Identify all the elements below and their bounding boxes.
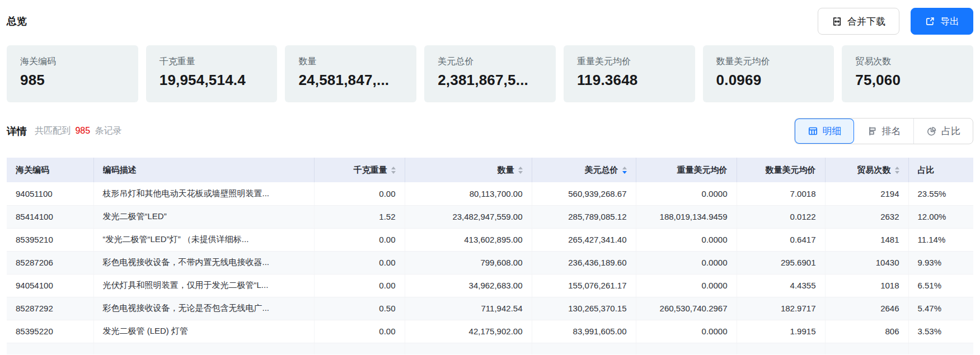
page-title: 总览 <box>7 15 27 28</box>
table-cell: 6.51% <box>908 274 973 297</box>
table-cell: 85395220 <box>7 320 93 343</box>
column-label: 占比 <box>918 165 935 176</box>
table-cell <box>636 343 737 354</box>
tab-label: 明细 <box>823 125 842 138</box>
merge-download-button[interactable]: 合并下载 <box>818 8 899 35</box>
sort-icon[interactable] <box>622 167 627 174</box>
table-cell: 0.00 <box>314 320 405 343</box>
table-cell: 188,019,134.9459 <box>636 205 737 228</box>
table-cell: 发光二极管 (LED) 灯管 <box>93 320 314 343</box>
summary-card: 数量24,581,847,... <box>285 45 416 102</box>
table-cell: 94051100 <box>7 182 93 205</box>
table-cell <box>825 343 908 354</box>
card-value: 2,381,867,5... <box>438 72 542 89</box>
card-label: 贸易次数 <box>855 56 960 68</box>
tab-proportion[interactable]: 占比 <box>913 119 973 144</box>
table-cell: 3.53% <box>908 320 973 343</box>
card-value: 119.3648 <box>577 72 682 89</box>
card-value: 0.0969 <box>716 72 821 89</box>
detail-title: 详情 <box>7 125 27 138</box>
trade-data-dashboard: 总览 合并下载 <box>0 0 980 355</box>
table-cell: 彩色电视接收设备，不带内置无线电接收器... <box>93 251 314 274</box>
table-cell: 0.0000 <box>636 228 737 251</box>
table-row[interactable]: 94051100枝形吊灯和其他电动天花板或墙壁照明装置...0.0080,113… <box>7 182 973 205</box>
detail-bar: 详情 共匹配到 985 条记录 明细 <box>7 118 973 144</box>
card-label: 数量 <box>298 56 403 68</box>
table-cell: 0.50 <box>314 297 405 320</box>
table-cell: 711,942.54 <box>405 297 532 320</box>
view-tabs: 明细 排名 占比 <box>794 118 973 144</box>
column-header-3[interactable]: 千克重量 <box>314 158 405 182</box>
sort-icon[interactable] <box>895 167 899 174</box>
tab-ranking[interactable]: 排名 <box>854 119 913 144</box>
table-cell: 1018 <box>825 274 908 297</box>
table-cell: 10430 <box>825 251 908 274</box>
table-row[interactable]: 94054100光伏灯具和照明装置，仅用于发光二极管“L...0.0034,96… <box>7 274 973 297</box>
table-cell: 1481 <box>825 228 908 251</box>
export-icon <box>925 16 935 27</box>
column-header-2: 编码描述 <box>93 158 314 182</box>
sort-caret-down-icon <box>622 171 627 174</box>
ranking-icon <box>867 126 878 136</box>
column-label: 数量 <box>498 165 514 176</box>
table-cell: 23,482,947,559.00 <box>405 205 532 228</box>
table-row[interactable]: 85287292彩色电视接收设备，无论是否包含无线电广...0.50711,94… <box>7 297 973 320</box>
table-cell: 413,602,895.00 <box>405 228 532 251</box>
card-label: 数量美元均价 <box>716 56 821 68</box>
table-row[interactable]: 85395220发光二极管 (LED) 灯管0.0042,175,902.008… <box>7 320 973 343</box>
column-label: 美元总价 <box>585 165 618 176</box>
match-prefix: 共匹配到 <box>35 126 71 135</box>
card-value: 985 <box>20 72 125 89</box>
column-header-5[interactable]: 美元总价 <box>532 158 636 182</box>
tab-label: 排名 <box>882 125 901 138</box>
table-cell: 0.00 <box>314 251 405 274</box>
table-cell: 83,991,605.00 <box>532 320 636 343</box>
table-cell: 85287292 <box>7 297 93 320</box>
card-label: 海关编码 <box>20 56 125 68</box>
column-header-4[interactable]: 数量 <box>405 158 532 182</box>
table-cell: 5.47% <box>908 297 973 320</box>
summary-cards: 海关编码985千克重量19,954,514.4数量24,581,847,...美… <box>7 45 973 102</box>
card-label: 千克重量 <box>160 56 264 68</box>
table-cell: 发光二极管“LED” <box>93 205 314 228</box>
match-count-text: 共匹配到 985 条记录 <box>35 125 122 137</box>
pie-icon <box>926 126 937 136</box>
table-cell: 2646 <box>825 297 908 320</box>
sort-caret-up-icon <box>518 167 523 169</box>
table-row-partial <box>7 343 973 354</box>
sort-caret-up-icon <box>895 167 899 169</box>
table-cell: 34,962,683.00 <box>405 274 532 297</box>
table-cell: 236,436,189.60 <box>532 251 636 274</box>
tab-label: 占比 <box>941 125 960 138</box>
table-cell: 85287206 <box>7 251 93 274</box>
table-cell: 2632 <box>825 205 908 228</box>
column-header-7: 数量美元均价 <box>737 158 825 182</box>
card-label: 重量美元均价 <box>577 56 682 68</box>
data-table: 海关编码编码描述千克重量数量美元总价重量美元均价数量美元均价贸易次数占比 940… <box>7 158 973 354</box>
table-cell: 1.52 <box>314 205 405 228</box>
sort-icon[interactable] <box>391 167 396 174</box>
tab-detail[interactable]: 明细 <box>795 119 854 144</box>
column-header-9: 占比 <box>908 158 973 182</box>
table-cell: 0.0000 <box>636 251 737 274</box>
sort-caret-down-icon <box>391 171 396 174</box>
sort-icon[interactable] <box>518 167 523 174</box>
match-count-value: 985 <box>73 126 92 135</box>
table-row[interactable]: 85395210“发光二极管“LED”灯” （未提供详细标...0.00413,… <box>7 228 973 251</box>
table-row[interactable]: 85414100发光二极管“LED”1.5223,482,947,559.002… <box>7 205 973 228</box>
table-cell: 0.0000 <box>636 182 737 205</box>
table-cell <box>7 343 93 354</box>
table-cell: 260,530,740.2967 <box>636 297 737 320</box>
table-cell: 94054100 <box>7 274 93 297</box>
table-cell: 4.4355 <box>737 274 825 297</box>
summary-card: 数量美元均价0.0969 <box>703 45 834 102</box>
sort-caret-up-icon <box>391 167 396 169</box>
column-header-8[interactable]: 贸易次数 <box>825 158 908 182</box>
export-label: 导出 <box>940 15 959 28</box>
table-cell: 42,175,902.00 <box>405 320 532 343</box>
export-button[interactable]: 导出 <box>911 8 973 35</box>
table-row[interactable]: 85287206彩色电视接收设备，不带内置无线电接收器...0.00799,60… <box>7 251 973 274</box>
table-cell <box>532 343 636 354</box>
table-cell: 7.0018 <box>737 182 825 205</box>
table-icon <box>808 126 818 136</box>
